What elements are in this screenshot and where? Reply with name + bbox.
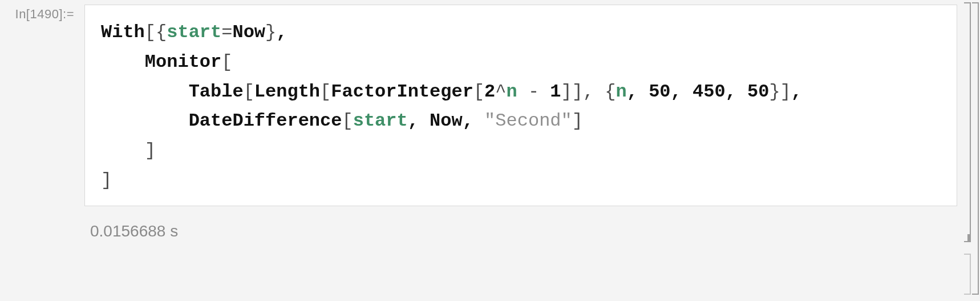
tok-start: start (167, 22, 221, 43)
tok-punc: ]], { (561, 81, 616, 102)
monitor-body[interactable]: 0.0156688 s (74, 222, 957, 240)
tok-comma: , (671, 81, 693, 102)
input-code[interactable]: With[{start=Now}, Monitor[ Table[Length[… (101, 18, 941, 195)
tok-eq: = (221, 22, 232, 43)
tok-punc: }] (769, 81, 791, 102)
tok-factor: FactorInteger (331, 81, 473, 102)
tok-punc: [ (342, 110, 353, 131)
tok-datediff: DateDifference (189, 110, 342, 131)
notebook-window: In[1490]:= With[{start=Now}, Monitor[ Ta… (0, 0, 980, 301)
tok-nvar: n (507, 81, 517, 102)
tok-with: With (101, 22, 145, 43)
tok-start2: start (353, 110, 408, 131)
tok-punc: [ (244, 81, 254, 102)
tok-comma: , (627, 81, 649, 102)
tok-comma: , (726, 81, 747, 102)
tok-iter-n: n (616, 81, 627, 102)
monitor-unit: s (170, 222, 178, 240)
tok-table: Table (189, 81, 244, 102)
tok-caret: ^ (495, 81, 506, 102)
input-cell-label: In[1490]:= (0, 5, 84, 22)
tok-comma: , (408, 110, 430, 131)
monitor-value: 0.0156688 (90, 222, 165, 240)
tok-iter-a: 50 (649, 81, 670, 102)
tok-length: Length (254, 81, 320, 102)
tok-iter-c: 50 (747, 81, 769, 102)
tok-punc: } (265, 22, 276, 43)
monitor-sep (165, 222, 170, 240)
tok-comma: , (791, 81, 802, 102)
tok-punc: ] (101, 170, 112, 191)
tok-comma: , (276, 22, 287, 43)
input-code-box[interactable]: With[{start=Now}, Monitor[ Table[Length[… (84, 5, 957, 206)
monitor-cell: 0.0156688 s (0, 222, 980, 240)
tok-monitor: Monitor (145, 51, 221, 73)
tok-punc: ] (572, 110, 583, 131)
tok-unit: "Second" (484, 110, 572, 131)
tok-punc: [{ (145, 22, 167, 43)
input-cell-group: In[1490]:= With[{start=Now}, Monitor[ Ta… (0, 5, 980, 206)
tok-now: Now (232, 22, 265, 43)
tok-now2: Now (430, 110, 463, 131)
tok-punc: [ (473, 81, 484, 102)
tok-one: 1 (550, 81, 561, 102)
tok-punc: [ (320, 81, 331, 102)
tok-punc: [ (221, 51, 232, 73)
tok-iter-b: 450 (693, 81, 726, 102)
tok-comma: , (463, 110, 484, 131)
tok-minus: - (517, 81, 550, 102)
tok-base: 2 (484, 81, 495, 102)
cell-bracket-monitor[interactable] (964, 254, 971, 295)
tok-punc: ] (145, 140, 156, 161)
